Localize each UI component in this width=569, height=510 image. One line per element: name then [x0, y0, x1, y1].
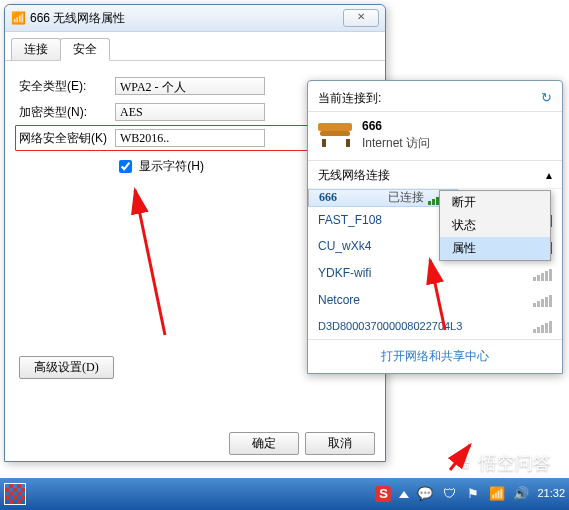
show-characters-checkbox[interactable]	[119, 160, 132, 173]
context-menu: 断开 状态 属性	[439, 190, 551, 261]
section-wireless[interactable]: 无线网络连接 ▴	[308, 161, 562, 189]
current-ssid: 666	[362, 118, 430, 135]
security-key-label: 网络安全密钥(K)	[19, 130, 115, 147]
signal-icon	[533, 319, 552, 333]
security-icon[interactable]: 🛡	[441, 486, 457, 502]
wifi-item-666[interactable]: 666 已连接 断开 状态 属性	[308, 189, 458, 207]
ctx-properties[interactable]: 属性	[440, 237, 550, 260]
tab-strip: 连接 安全	[5, 32, 385, 61]
chevron-up-icon: ▴	[546, 167, 552, 184]
network-icon	[318, 123, 354, 147]
encryption-type-select[interactable]: AES	[115, 103, 265, 121]
current-connection: 666 Internet 访问	[308, 112, 562, 161]
wifi-item[interactable]: Netcore	[308, 287, 562, 314]
app-icon: 📶	[11, 10, 26, 27]
network-tray-icon[interactable]: 📶	[489, 486, 505, 502]
wifi-list: 666 已连接 断开 状态 属性 FAST_F108 CU_wXk4 YDKF-…	[308, 189, 562, 340]
tab-security[interactable]: 安全	[60, 38, 110, 61]
ime-icon[interactable]: S	[375, 486, 391, 502]
tab-connect[interactable]: 连接	[11, 38, 61, 60]
taskbar[interactable]: S 💬 🛡 ⚑ 📶 🔊 21:32	[0, 478, 569, 510]
current-status: Internet 访问	[362, 135, 430, 152]
volume-icon[interactable]: 🔊	[513, 486, 529, 502]
open-network-center-link[interactable]: 打开网络和共享中心	[381, 349, 489, 363]
window-title: 666 无线网络属性	[30, 10, 343, 27]
wechat-icon[interactable]: 💬	[417, 486, 433, 502]
flyout-footer: 打开网络和共享中心	[308, 339, 562, 373]
cancel-button[interactable]: 取消	[305, 432, 375, 455]
titlebar[interactable]: 📶 666 无线网络属性 ✕	[5, 5, 385, 32]
clock[interactable]: 21:32	[537, 486, 565, 501]
ok-button[interactable]: 确定	[229, 432, 299, 455]
taskbar-app-icon[interactable]	[4, 483, 26, 505]
flyout-header: 当前连接到: ↻	[308, 81, 562, 112]
security-type-label: 安全类型(E):	[19, 78, 115, 95]
show-characters-label[interactable]: 显示字符(H)	[115, 159, 204, 173]
wifi-item[interactable]: D3D800037000008022704L3	[308, 314, 562, 339]
security-key-input[interactable]	[115, 129, 265, 147]
system-tray: S 💬 🛡 ⚑ 📶 🔊 21:32	[375, 486, 565, 502]
tray-overflow-icon[interactable]	[399, 491, 409, 498]
ctx-status[interactable]: 状态	[440, 214, 550, 237]
network-flyout: 当前连接到: ↻ 666 Internet 访问 无线网络连接 ▴ 666 已连…	[307, 80, 563, 374]
close-button[interactable]: ✕	[343, 9, 379, 27]
signal-icon	[533, 267, 552, 281]
watermark: 悟 悟空问答	[451, 451, 551, 476]
dialog-footer: 确定 取消	[229, 432, 375, 455]
advanced-settings-button[interactable]: 高级设置(D)	[19, 356, 114, 379]
wifi-item[interactable]: YDKF-wifi	[308, 260, 562, 287]
encryption-type-label: 加密类型(N):	[19, 104, 115, 121]
watermark-logon: 悟	[451, 451, 475, 475]
signal-icon	[533, 293, 552, 307]
refresh-icon[interactable]: ↻	[541, 89, 552, 107]
ctx-disconnect[interactable]: 断开	[440, 191, 550, 214]
flag-icon[interactable]: ⚑	[465, 486, 481, 502]
flyout-header-label: 当前连接到:	[318, 90, 381, 107]
security-type-select[interactable]: WPA2 - 个人	[115, 77, 265, 95]
